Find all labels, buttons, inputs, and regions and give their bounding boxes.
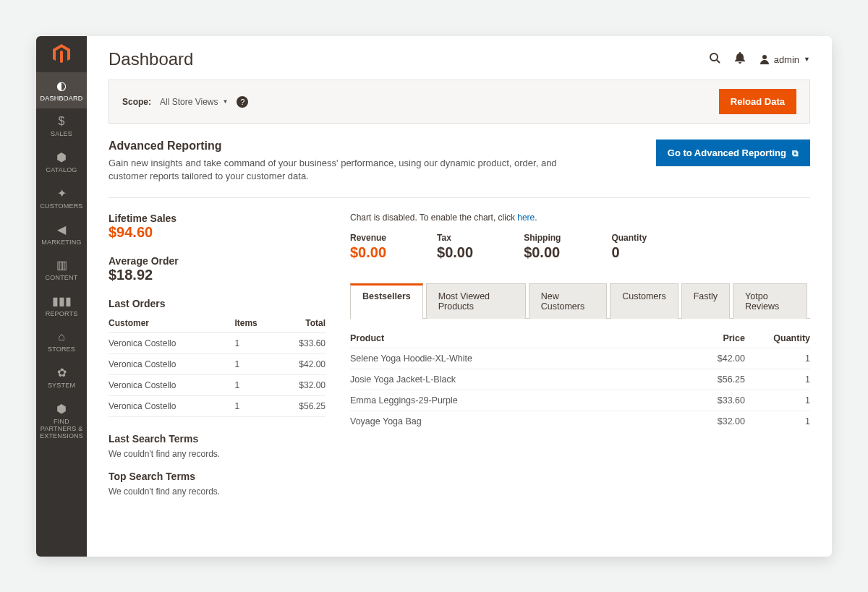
svg-point-2 <box>762 55 767 59</box>
cell-total: $42.00 <box>281 354 326 375</box>
average-order-block: Average Order $18.92 <box>109 255 326 283</box>
scope-select[interactable]: All Store Views ▼ <box>160 97 228 107</box>
cell-quantity: 1 <box>745 348 810 369</box>
metric-quantity: Quantity 0 <box>611 233 647 261</box>
table-row[interactable]: Veronica Costello 1 $32.00 <box>109 375 326 396</box>
cell-price: $56.25 <box>680 369 745 390</box>
cell-quantity: 1 <box>745 390 810 411</box>
sidebar-item-content[interactable]: ▥ CONTENT <box>36 252 87 288</box>
metrics-row: Revenue $0.00 Tax $0.00 Shipping $0.00 Q… <box>350 233 810 261</box>
lifetime-sales-block: Lifetime Sales $94.60 <box>109 213 326 241</box>
advanced-reporting-desc: Gain new insights and take command of yo… <box>109 157 571 183</box>
cell-total: $32.00 <box>281 375 326 396</box>
sidebar-item-catalog[interactable]: ⬢ CATALOG <box>36 144 87 180</box>
col-customer: Customer <box>109 314 220 333</box>
advanced-reporting-text: Advanced Reporting Gain new insights and… <box>109 140 571 183</box>
partners-icon: ⬢ <box>56 402 67 416</box>
table-row[interactable]: Selene Yoga Hoodie-XL-White $42.00 1 <box>350 348 810 369</box>
scope-label: Scope: <box>122 97 151 107</box>
topbar: Dashboard admin ▼ <box>109 49 810 69</box>
layout-icon: ▥ <box>56 258 67 272</box>
cell-items: 1 <box>220 354 281 375</box>
tab-bestsellers[interactable]: Bestsellers <box>350 283 423 319</box>
col-total: Total <box>281 314 326 333</box>
sidebar-item-label: FIND PARTNERS & EXTENSIONS <box>38 419 85 440</box>
sidebar-item-label: REPORTS <box>46 311 78 318</box>
advanced-reporting-button[interactable]: Go to Advanced Reporting ⧉ <box>656 140 810 166</box>
right-column: Chart is disabled. To enable the chart, … <box>350 213 810 508</box>
admin-user-menu[interactable]: admin ▼ <box>760 54 810 65</box>
table-row[interactable]: Josie Yoga Jacket-L-Black $56.25 1 <box>350 369 810 390</box>
metric-value: $0.00 <box>524 244 561 261</box>
gear-icon: ✿ <box>57 366 67 379</box>
main-content: Dashboard admin ▼ Scope: All Store <box>87 36 832 557</box>
sidebar-item-label: CUSTOMERS <box>40 203 82 210</box>
svg-point-0 <box>710 53 718 61</box>
cell-quantity: 1 <box>745 411 810 432</box>
average-order-value: $18.92 <box>109 267 326 283</box>
dollar-icon: $ <box>59 115 65 128</box>
cell-product: Selene Yoga Hoodie-XL-White <box>350 348 680 369</box>
sidebar-item-stores[interactable]: ⌂ STORES <box>36 324 87 359</box>
cell-items: 1 <box>220 396 281 417</box>
logo[interactable] <box>36 36 87 72</box>
table-row[interactable]: Veronica Costello 1 $42.00 <box>109 354 326 375</box>
col-quantity: Quantity <box>745 329 810 348</box>
store-icon: ⌂ <box>58 330 65 343</box>
tab-new-customers[interactable]: New Customers <box>529 283 608 319</box>
cell-customer: Veronica Costello <box>109 396 220 417</box>
tab-customers[interactable]: Customers <box>610 283 678 319</box>
cube-icon: ⬢ <box>56 150 67 164</box>
table-row[interactable]: Voyage Yoga Bag $32.00 1 <box>350 411 810 432</box>
sidebar-item-label: MARKETING <box>41 239 81 246</box>
gauge-icon: ◐ <box>56 79 67 93</box>
sidebar-item-sales[interactable]: $ SALES <box>36 108 87 144</box>
chart-note-suffix: . <box>535 213 537 223</box>
page-title: Dashboard <box>109 49 193 69</box>
sidebar-item-find-partners[interactable]: ⬢ FIND PARTNERS & EXTENSIONS <box>36 395 87 446</box>
tab-yotpo[interactable]: Yotpo Reviews <box>733 283 807 319</box>
sidebar-item-dashboard[interactable]: ◐ DASHBOARD <box>36 72 87 108</box>
sidebar-item-label: CONTENT <box>46 275 78 282</box>
reload-data-button[interactable]: Reload Data <box>719 89 796 114</box>
help-icon[interactable]: ? <box>237 96 248 108</box>
cell-price: $42.00 <box>680 348 745 369</box>
table-row[interactable]: Emma Leggings-29-Purple $33.60 1 <box>350 390 810 411</box>
bell-icon[interactable] <box>735 52 745 67</box>
bestsellers-panel: Product Price Quantity Selene Yoga Hoodi… <box>350 319 810 432</box>
metric-value: $0.00 <box>350 244 386 261</box>
cell-product: Voyage Yoga Bag <box>350 411 680 432</box>
metric-revenue: Revenue $0.00 <box>350 233 386 261</box>
search-icon[interactable] <box>709 52 720 67</box>
cell-customer: Veronica Costello <box>109 375 220 396</box>
metric-label: Shipping <box>524 233 561 243</box>
cell-price: $33.60 <box>680 390 745 411</box>
top-search-title: Top Search Terms <box>109 471 326 482</box>
magento-logo-icon <box>53 44 70 64</box>
tab-fastly[interactable]: Fastly <box>681 283 730 319</box>
metric-value: 0 <box>611 244 647 261</box>
caret-down-icon: ▼ <box>223 98 229 105</box>
cell-quantity: 1 <box>745 369 810 390</box>
table-row[interactable]: Veronica Costello 1 $33.60 <box>109 333 326 354</box>
admin-user-label: admin <box>774 54 799 65</box>
cell-total: $56.25 <box>281 396 326 417</box>
metric-value: $0.00 <box>437 244 473 261</box>
cell-customer: Veronica Costello <box>109 354 220 375</box>
advanced-reporting-title: Advanced Reporting <box>109 140 571 153</box>
sidebar-item-system[interactable]: ✿ SYSTEM <box>36 359 87 395</box>
sidebar-item-label: SALES <box>51 131 72 138</box>
sidebar-item-reports[interactable]: ▮▮▮ REPORTS <box>36 288 87 324</box>
sidebar-item-marketing[interactable]: ◀ MARKETING <box>36 216 87 252</box>
sidebar-item-customers[interactable]: ✦ CUSTOMERS <box>36 180 87 216</box>
cell-price: $32.00 <box>680 411 745 432</box>
chart-enable-link[interactable]: here <box>517 213 535 223</box>
cell-customer: Veronica Costello <box>109 333 220 354</box>
cell-total: $33.60 <box>281 333 326 354</box>
top-actions: admin ▼ <box>709 52 810 67</box>
app-window: ◐ DASHBOARD $ SALES ⬢ CATALOG ✦ CUSTOMER… <box>36 36 832 557</box>
tab-most-viewed[interactable]: Most Viewed Products <box>426 283 526 319</box>
megaphone-icon: ◀ <box>57 223 66 236</box>
chart-disabled-note: Chart is disabled. To enable the chart, … <box>350 213 810 223</box>
table-row[interactable]: Veronica Costello 1 $56.25 <box>109 396 326 417</box>
